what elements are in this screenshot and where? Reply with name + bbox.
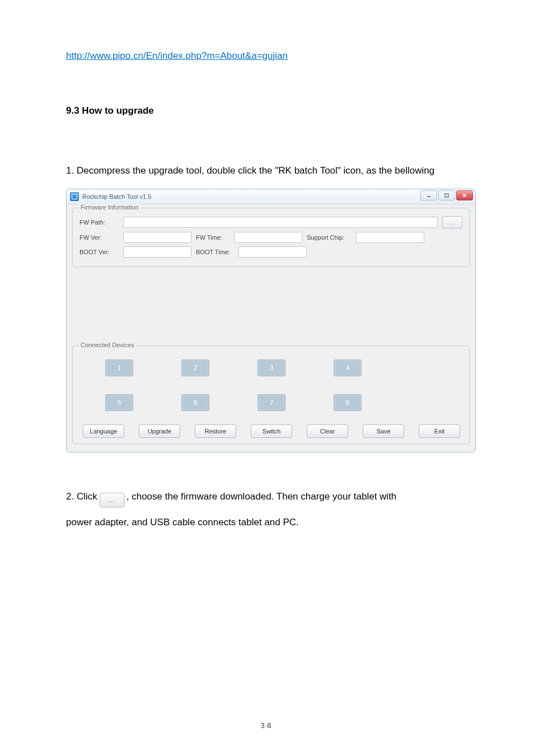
app-icon: [70, 192, 79, 201]
app-title: Rockchip Batch Tool v1.5: [82, 193, 151, 200]
fw-time-label: FW Time:: [196, 234, 229, 241]
save-button[interactable]: Save: [363, 424, 404, 438]
fw-ver-input[interactable]: [123, 232, 191, 243]
clear-button[interactable]: Clear: [307, 424, 348, 438]
support-chip-input[interactable]: [356, 232, 424, 243]
devices-legend: Connected Devices: [78, 342, 136, 348]
restore-button[interactable]: Restore: [195, 424, 236, 438]
device-slot-8[interactable]: 8: [334, 394, 362, 411]
paragraph-3: power adapter, and USB cable connects ta…: [66, 511, 468, 535]
section-heading: 9.3 How to upgrade: [66, 105, 468, 116]
fw-time-input[interactable]: [234, 232, 302, 243]
boot-ver-input[interactable]: [123, 246, 191, 258]
upgrade-button[interactable]: Upgrade: [139, 424, 180, 438]
inline-browse-icon: …: [100, 493, 124, 507]
device-slot-4[interactable]: 4: [334, 360, 362, 376]
device-slot-2[interactable]: 2: [181, 360, 209, 376]
minimize-button[interactable]: [420, 190, 437, 200]
fw-path-input[interactable]: [123, 217, 438, 228]
boot-ver-label: BOOT Ver:: [79, 249, 119, 255]
firmware-groupbox: Firmware Information FW Path: … FW Ver: …: [72, 208, 470, 267]
svg-rect-1: [445, 194, 448, 197]
browse-button[interactable]: …: [442, 216, 462, 228]
paragraph-1: 1. Decompress the upgrade tool, double c…: [66, 159, 468, 183]
titlebar: Rockchip Batch Tool v1.5: [67, 189, 475, 204]
log-area: [72, 267, 470, 346]
switch-button[interactable]: Switch: [251, 424, 292, 438]
boot-time-input[interactable]: [238, 246, 307, 258]
exit-button[interactable]: Exit: [419, 424, 460, 438]
boot-time-label: BOOT Time:: [196, 249, 234, 255]
app-window: Rockchip Batch Tool v1.5 Firmware Inform…: [66, 189, 476, 452]
para2-post: , choose the firmware downloaded. Then c…: [127, 485, 397, 509]
para2-pre: 2. Click: [66, 485, 97, 509]
page-number: 36: [0, 722, 534, 730]
device-slot-7[interactable]: 7: [257, 394, 285, 411]
firmware-legend: Firmware Information: [78, 204, 141, 211]
maximize-button[interactable]: [438, 190, 455, 200]
devices-groupbox: Connected Devices 1 2 3 4 5 6 7 8 Langua…: [72, 346, 470, 444]
paragraph-2: 2. Click … , choose the firmware downloa…: [66, 485, 468, 509]
device-slot-3[interactable]: 3: [257, 360, 285, 376]
close-button[interactable]: [456, 190, 473, 200]
device-slot-6[interactable]: 6: [181, 394, 209, 411]
fw-ver-label: FW Ver:: [79, 234, 119, 241]
support-chip-label: Support Chip:: [307, 234, 352, 241]
fw-path-label: FW Path:: [79, 219, 119, 226]
device-slot-5[interactable]: 5: [105, 394, 133, 411]
language-button[interactable]: Language: [83, 424, 124, 438]
device-slot-1[interactable]: 1: [105, 360, 133, 376]
download-link[interactable]: http://www.pipo.cn/En/index.php?m=About&…: [66, 50, 288, 61]
